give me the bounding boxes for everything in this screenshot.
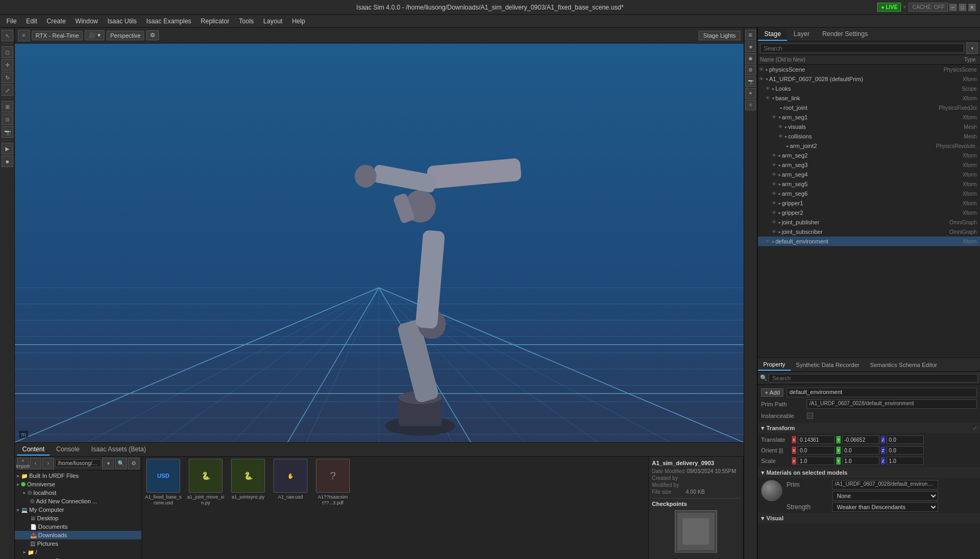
fb-settings-button[interactable]: ⚙ bbox=[128, 458, 139, 469]
camera-options-button[interactable]: 🎥 ▾ bbox=[85, 30, 104, 40]
file-item-1[interactable]: 🐍 a1_joint_move_sin.py bbox=[187, 459, 225, 506]
toolbar-gizmo-button[interactable]: ⊙ bbox=[2, 113, 13, 125]
prop-tab-property[interactable]: Property bbox=[758, 359, 791, 371]
prop-tab-semantics-schema-editor[interactable]: Semantics Schema Editor bbox=[864, 360, 942, 370]
stage-row-3[interactable]: 👁▾base_linkXform bbox=[758, 93, 980, 103]
add-button[interactable]: + Add bbox=[761, 388, 783, 397]
fb-item-2[interactable]: ▸localhost bbox=[15, 488, 142, 497]
close-button[interactable]: ✕ bbox=[968, 4, 976, 11]
fb-filter-button[interactable]: ▾ bbox=[102, 458, 114, 469]
menu-item-help[interactable]: Help bbox=[288, 16, 310, 26]
fb-item-6[interactable]: 📄Documents bbox=[15, 522, 142, 531]
eye-icon[interactable]: 👁 bbox=[765, 239, 770, 244]
menu-item-window[interactable]: Window bbox=[71, 16, 102, 26]
stage-row-8[interactable]: ▸arm_joint2PhysicsRevolute. bbox=[758, 141, 980, 151]
live-badge[interactable]: ● LIVE bbox=[877, 3, 901, 12]
prop-tab-synthetic-data-recorder[interactable]: Synthetic Data Recorder bbox=[791, 360, 865, 370]
eye-icon[interactable]: 👁 bbox=[765, 95, 770, 101]
orient-z-input[interactable] bbox=[887, 446, 924, 455]
fb-forward-button[interactable]: › bbox=[42, 458, 54, 469]
stage-row-18[interactable]: 👁▸default_environmentXform bbox=[758, 237, 980, 246]
fb-item-8[interactable]: 🖼Pictures bbox=[15, 539, 142, 548]
rt-material-button[interactable]: ◉ bbox=[745, 53, 756, 64]
fb-item-10[interactable]: 📁.config bbox=[15, 556, 142, 559]
stage-row-1[interactable]: 👁▾A1_URDF_0607_0028 (defaultPrim)Xform bbox=[758, 74, 980, 84]
stage-row-10[interactable]: 👁▸arm_seg3Xform bbox=[758, 160, 980, 170]
stage-search-input[interactable] bbox=[760, 43, 964, 53]
settings-button[interactable]: ⚙ bbox=[146, 30, 159, 40]
render-mode-button[interactable]: RTX - Real-Time bbox=[32, 31, 83, 40]
stage-row-13[interactable]: 👁▸arm_seg6Xform bbox=[758, 189, 980, 198]
restore-button[interactable]: □ bbox=[959, 4, 966, 11]
orient-y-input[interactable] bbox=[842, 446, 879, 455]
prop-search-input[interactable] bbox=[769, 374, 978, 382]
viewport[interactable]: m bbox=[15, 43, 744, 442]
fb-item-7[interactable]: 📥Downloads bbox=[15, 531, 142, 539]
eye-icon[interactable]: 👁 bbox=[772, 153, 776, 158]
scale-x-input[interactable] bbox=[798, 457, 835, 465]
perspective-button[interactable]: Perspective bbox=[107, 31, 144, 40]
scale-y-input[interactable] bbox=[842, 457, 879, 465]
eye-icon[interactable]: 👁 bbox=[772, 200, 776, 206]
translate-z-input[interactable] bbox=[887, 435, 924, 444]
translate-y-input[interactable] bbox=[842, 435, 879, 444]
toolbar-rotate-button[interactable]: ↻ bbox=[2, 72, 13, 83]
stage-tab-stage[interactable]: Stage bbox=[758, 28, 787, 41]
rt-settings-button[interactable]: ⚙ bbox=[745, 65, 756, 75]
eye-icon[interactable]: 👁 bbox=[759, 67, 764, 72]
fb-item-4[interactable]: ▸💻My Computer bbox=[15, 505, 142, 514]
orient-x-input[interactable] bbox=[798, 446, 835, 455]
stage-lights-button[interactable]: Stage Lights bbox=[699, 31, 740, 40]
rt-layer-button[interactable]: ◈ bbox=[745, 41, 756, 52]
visual-section[interactable]: ▾ Visual bbox=[758, 513, 980, 523]
stage-row-7[interactable]: 👁▸collisionsMesh bbox=[758, 132, 980, 141]
menu-item-tools[interactable]: Tools bbox=[235, 16, 258, 26]
toolbar-cursor-button[interactable]: ↖ bbox=[2, 30, 13, 41]
live-dropdown[interactable]: ▾ bbox=[903, 4, 906, 11]
transform-section[interactable]: ▾ Transform ⤢ bbox=[758, 423, 980, 433]
fb-item-0[interactable]: ▸📁Built In URDF Files bbox=[15, 471, 142, 480]
stage-row-17[interactable]: 👁▸joint_subscriberOmniGraph bbox=[758, 227, 980, 237]
stage-row-16[interactable]: 👁▸joint_publisherOmniGraph bbox=[758, 217, 980, 227]
bottom-tab-isaac-assets-(beta)[interactable]: Isaac Assets (Beta) bbox=[86, 444, 151, 456]
stage-filter-button[interactable]: ▾ bbox=[966, 42, 978, 54]
fb-item-3[interactable]: Add New Connection ... bbox=[15, 497, 142, 505]
stage-row-6[interactable]: 👁▸visualsMesh bbox=[758, 122, 980, 132]
rt-camera-button[interactable]: 📷 bbox=[745, 76, 756, 87]
bottom-tab-console[interactable]: Console bbox=[51, 444, 85, 456]
file-item-3[interactable]: ✋ A1_raw.usd bbox=[271, 459, 310, 500]
stage-row-15[interactable]: 👁▸gripper2Xform bbox=[758, 208, 980, 217]
eye-icon[interactable]: 👁 bbox=[772, 210, 776, 215]
stage-row-14[interactable]: 👁▸gripper1Xform bbox=[758, 198, 980, 208]
menu-item-isaac examples[interactable]: Isaac Examples bbox=[142, 16, 196, 26]
file-item-4[interactable]: ? A1??Isaacsimt??...3.pdf bbox=[314, 459, 352, 506]
toolbar-camera-button[interactable]: 📷 bbox=[2, 126, 13, 138]
add-value[interactable]: default_environment bbox=[787, 388, 977, 397]
stage-row-5[interactable]: 👁▾arm_seg1Xform bbox=[758, 112, 980, 122]
eye-icon[interactable]: 👁 bbox=[772, 181, 776, 187]
fb-item-5[interactable]: 🖥Desktop bbox=[15, 514, 142, 522]
menu-item-replicator[interactable]: Replicator bbox=[197, 16, 234, 26]
material-ball[interactable] bbox=[761, 480, 782, 501]
material-none-select[interactable]: None bbox=[832, 491, 938, 501]
eye-icon[interactable]: 👁 bbox=[772, 172, 776, 177]
rt-physics-button[interactable]: ⚛ bbox=[745, 100, 756, 110]
translate-x-input[interactable] bbox=[798, 435, 835, 444]
file-item-2[interactable]: 🐍 a1_jointsync.py bbox=[229, 459, 267, 500]
menu-item-edit[interactable]: Edit bbox=[22, 16, 41, 26]
menu-item-create[interactable]: Create bbox=[42, 16, 70, 26]
stage-row-2[interactable]: 👁▸LooksScope bbox=[758, 84, 980, 93]
stage-row-0[interactable]: 👁▸physicsScenePhysicsScene bbox=[758, 65, 980, 74]
toolbar-stop-button[interactable]: ■ bbox=[2, 155, 13, 167]
eye-icon[interactable]: 👁 bbox=[772, 162, 776, 168]
fb-back-button[interactable]: ‹ bbox=[30, 458, 41, 469]
eye-icon[interactable]: 👁 bbox=[772, 191, 776, 196]
menu-item-layout[interactable]: Layout bbox=[259, 16, 287, 26]
toolbar-snap-button[interactable]: ⊞ bbox=[2, 101, 13, 112]
eye-icon[interactable]: 👁 bbox=[772, 115, 776, 120]
fb-import-button[interactable]: + Import bbox=[17, 458, 29, 469]
bottom-tab-content[interactable]: Content bbox=[17, 444, 50, 456]
fb-item-1[interactable]: ▸Omniverse bbox=[15, 480, 142, 488]
menu-item-file[interactable]: File bbox=[2, 16, 21, 26]
fb-search-button[interactable]: 🔍 bbox=[115, 458, 127, 469]
